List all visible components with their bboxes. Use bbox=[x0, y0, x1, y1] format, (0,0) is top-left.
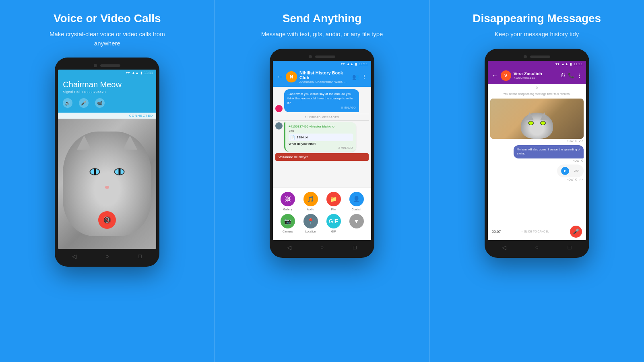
location-icon: 📍 bbox=[303, 214, 318, 228]
you-label: You bbox=[289, 129, 353, 133]
tray-audio[interactable]: 🎵 Audio bbox=[303, 192, 318, 211]
tray-contact[interactable]: 👤 Contact bbox=[349, 192, 364, 211]
recent-button[interactable]: □ bbox=[136, 252, 144, 260]
play-button[interactable]: ▶ bbox=[561, 167, 569, 175]
phone-3: ▾▾ ▲▲ ▮ 11:11 ← V Vera Zasulich +1202456… bbox=[485, 49, 589, 258]
cat-ear-l bbox=[526, 112, 534, 120]
msg-row-1: ...and what you would say at the end, do… bbox=[275, 89, 369, 112]
tray-camera[interactable]: 📷 Camera bbox=[281, 214, 295, 233]
cat-eyes-photo bbox=[528, 121, 546, 125]
photo-message: NOW ⏱ ✓✓ bbox=[490, 99, 584, 143]
location-label: Location bbox=[305, 230, 316, 233]
wifi-icon2: ▾▾ bbox=[341, 62, 345, 66]
phone1-speaker bbox=[100, 64, 120, 67]
end-call-button[interactable]: 📵 bbox=[98, 211, 116, 229]
slide-to-cancel: < SLIDE TO CANCEL bbox=[503, 230, 567, 233]
file-icon-tray: 📁 bbox=[326, 192, 341, 206]
disappear-header-icons: ⏱ 📞 ⋮ bbox=[560, 72, 582, 78]
recent-button3[interactable]: □ bbox=[566, 243, 574, 251]
audio-message: ▶ 2:04 bbox=[557, 165, 584, 177]
back-button2[interactable]: ◁ bbox=[285, 243, 293, 251]
panel-disappearing: Disappearing Messages Keep your message … bbox=[429, 0, 644, 362]
home-button3[interactable]: ○ bbox=[533, 243, 541, 251]
cat-eye-right bbox=[114, 168, 125, 175]
recording-bar: 00:07 < SLIDE TO CANCEL 🎤 bbox=[488, 223, 586, 240]
back-icon[interactable]: ← bbox=[277, 73, 283, 80]
phone1-top-bar bbox=[58, 62, 156, 70]
more-header-icon3[interactable]: ⋮ bbox=[577, 72, 582, 78]
home-button[interactable]: ○ bbox=[103, 252, 111, 260]
msg-avatar-1 bbox=[275, 105, 283, 112]
tray-location[interactable]: 📍 Location bbox=[303, 214, 318, 233]
call-photo: 📵 bbox=[58, 119, 156, 249]
call-controls: 🔊 🎤 📹 bbox=[63, 98, 151, 108]
phone3-speaker bbox=[530, 56, 550, 58]
group-icon[interactable]: 👥 bbox=[352, 74, 359, 80]
timer-header-icon[interactable]: ⏱ bbox=[560, 72, 566, 78]
msg-time-1: 8 MIN AGO bbox=[287, 106, 356, 110]
more-icon[interactable]: ⋮ bbox=[361, 74, 367, 80]
gallery-label: Gallery bbox=[283, 208, 292, 211]
home-button2[interactable]: ○ bbox=[318, 243, 326, 251]
photo-time-label: NOW bbox=[567, 140, 574, 142]
audio-timer-icon: ⏱ bbox=[575, 178, 578, 181]
video-icon[interactable]: 📹 bbox=[95, 98, 105, 108]
signal-icon: ▲▲ bbox=[132, 71, 139, 75]
gif-icon: GIF bbox=[326, 214, 341, 228]
timer-row: ⏱ bbox=[490, 86, 584, 89]
tray-file[interactable]: 📁 File bbox=[326, 192, 341, 211]
reply-time: 2 MIN AGO bbox=[289, 146, 353, 149]
audio-label: Audio bbox=[307, 208, 314, 211]
disappear-header: ← V Vera Zasulich +12024561111 ⏱ 📞 ⋮ bbox=[488, 67, 586, 84]
phone2-bottom-bar: ◁ ○ □ bbox=[273, 240, 371, 253]
call-header-icon3[interactable]: 📞 bbox=[568, 72, 574, 78]
phone3-bottom-bar: ◁ ○ □ bbox=[488, 240, 586, 253]
panel-calls: Voice or Video Calls Make crystal-clear … bbox=[0, 0, 215, 362]
contact-icon: 👤 bbox=[349, 192, 364, 206]
red-header-message: Voltairine de Cleyre bbox=[275, 153, 369, 161]
audio-read-icon: ✓✓ bbox=[579, 178, 584, 181]
audio-duration: 2:04 bbox=[574, 169, 580, 172]
group-members: Anastasia, Chairwoman Woof, ... bbox=[299, 80, 350, 84]
reply-text: What do you think? bbox=[289, 142, 353, 146]
wifi-icon3: ▾▾ bbox=[555, 62, 559, 66]
chat-header: ← N Nihilist History Book Club Anastasia… bbox=[273, 67, 371, 87]
tray-more[interactable]: ▼ bbox=[349, 214, 364, 233]
photo-timer-icon: ⏱ bbox=[575, 140, 578, 142]
disappear-chat-body: ⏱ You set the disappearing message timer… bbox=[488, 84, 586, 223]
panel2-subtitle: Message with text, gifs, audio, or any f… bbox=[261, 30, 383, 39]
recent-button2[interactable]: □ bbox=[351, 243, 359, 251]
audio-message-row: ▶ 2:04 NOW ⏱ ✓✓ bbox=[490, 165, 584, 181]
panel2-title: Send Anything bbox=[283, 12, 362, 25]
signal-icon3: ▲▲ bbox=[561, 62, 568, 66]
tray-row-1: 🖼 Gallery 🎵 Audio 📁 File 👤 Contact bbox=[276, 192, 368, 211]
back-button3[interactable]: ◁ bbox=[500, 243, 508, 251]
call-header: Chairman Meow Signal Call +18666724473 🔊… bbox=[58, 76, 156, 113]
mute-icon[interactable]: 🎤 bbox=[79, 98, 89, 108]
phone-2: ▾▾ ▲▲ ▮ 11:11 ← N Nihilist History Book … bbox=[270, 49, 374, 258]
tray-gif[interactable]: GIF GIF bbox=[326, 214, 341, 233]
back-button[interactable]: ◁ bbox=[70, 252, 78, 260]
unread-divider: 2 UNREAD MESSAGES bbox=[275, 114, 369, 121]
sender-name: +4155337400 ~Nestor Mahkno bbox=[289, 125, 353, 128]
phone1-screen: ▾▾ ▲▲ ▮ 11:11 Chairman Meow Signal Call … bbox=[58, 70, 156, 249]
purple-timer-icon: ⏱ bbox=[581, 159, 584, 162]
panel3-subtitle: Keep your message history tidy bbox=[495, 30, 579, 39]
filename: 1984.txt bbox=[297, 136, 308, 139]
status-time3: 11:11 bbox=[574, 62, 583, 66]
battery-icon: ▮ bbox=[140, 71, 142, 75]
purple-timestamp: NOW ⏱ bbox=[573, 159, 584, 162]
tray-gallery[interactable]: 🖼 Gallery bbox=[281, 192, 295, 211]
wifi-icon: ▾▾ bbox=[126, 71, 130, 75]
volume-icon[interactable]: 🔊 bbox=[63, 98, 72, 108]
mic-button[interactable]: 🎤 bbox=[570, 226, 582, 238]
back-icon3[interactable]: ← bbox=[492, 72, 498, 79]
cat-pupil-left bbox=[94, 169, 96, 175]
battery-icon3: ▮ bbox=[570, 62, 572, 66]
attachment-tray: 🖼 Gallery 🎵 Audio 📁 File 👤 Contact bbox=[273, 187, 371, 240]
phone1-bottom-bar: ◁ ○ □ bbox=[58, 249, 156, 262]
cat-eye-left bbox=[90, 168, 100, 175]
group-avatar: N bbox=[286, 71, 297, 82]
chat-title-area: Nihilist History Book Club Anastasia, Ch… bbox=[299, 70, 350, 84]
file-icon: 📄 bbox=[290, 135, 295, 140]
